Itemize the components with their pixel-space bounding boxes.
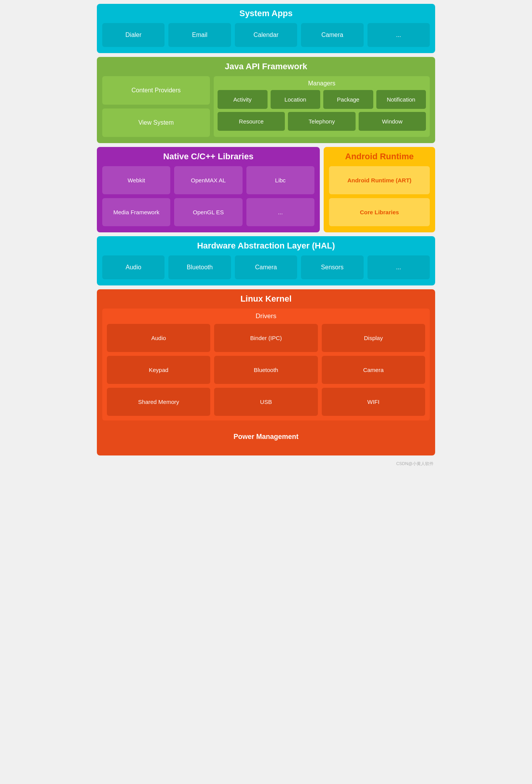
system-apps-title: System Apps — [102, 8, 430, 18]
drivers-section: Drivers Audio Binder (IPC) Display Keypa… — [102, 309, 430, 420]
system-apps-grid: Dialer Email Calendar Camera ... — [102, 23, 430, 47]
hal-camera: Camera — [235, 255, 297, 279]
hal-title: Hardware Abstraction Layer (HAL) — [102, 241, 430, 251]
manager-notification: Notification — [376, 90, 426, 109]
view-system-card: View System — [102, 108, 210, 137]
linux-kernel-title: Linux Kernel — [102, 294, 430, 304]
native-libs-layer: Native C/C++ Libraries Webkit OpenMAX AL… — [97, 147, 320, 232]
system-apps-layer: System Apps Dialer Email Calendar Camera… — [97, 4, 435, 53]
managers-row-2: Resource Telephony Window — [218, 112, 426, 131]
hal-audio: Audio — [102, 255, 165, 279]
native-libs-title: Native C/C++ Libraries — [102, 152, 314, 162]
driver-camera: Camera — [322, 356, 425, 384]
content-providers-card: Content Providers — [102, 76, 210, 105]
managers-row-1: Activity Location Package Notification — [218, 90, 426, 109]
manager-activity: Activity — [218, 90, 268, 109]
power-management-card: Power Management — [102, 424, 430, 449]
manager-resource: Resource — [218, 112, 285, 131]
native-opengl: OpenGL ES — [174, 198, 242, 226]
java-api-layer: Java API Framework Content Providers Vie… — [97, 57, 435, 143]
java-api-title: Java API Framework — [102, 62, 430, 72]
driver-usb: USB — [214, 388, 318, 416]
driver-audio: Audio — [107, 324, 210, 352]
watermark: CSDN@小黄人软件 — [93, 459, 439, 469]
app-dialer: Dialer — [102, 23, 165, 47]
driver-display: Display — [322, 324, 425, 352]
managers-title: Managers — [218, 80, 426, 87]
app-camera: Camera — [301, 23, 363, 47]
driver-shared-memory: Shared Memory — [107, 388, 210, 416]
java-api-left: Content Providers View System — [102, 76, 210, 137]
driver-binder: Binder (IPC) — [214, 324, 318, 352]
hal-sensors: Sensors — [301, 255, 363, 279]
runtime-art: Android Runtime (ART) — [329, 166, 430, 194]
hal-bluetooth: Bluetooth — [168, 255, 231, 279]
hal-more: ... — [367, 255, 430, 279]
native-webkit: Webkit — [102, 166, 170, 194]
managers-section: Managers Activity Location Package Notif… — [214, 76, 430, 137]
runtime-core-libs: Core Libraries — [329, 198, 430, 226]
drivers-grid: Audio Binder (IPC) Display Keypad Blueto… — [107, 324, 425, 416]
hal-layer: Hardware Abstraction Layer (HAL) Audio B… — [97, 236, 435, 285]
android-runtime-title: Android Runtime — [329, 152, 430, 162]
manager-package: Package — [323, 90, 373, 109]
native-runtime-row: Native C/C++ Libraries Webkit OpenMAX AL… — [97, 147, 435, 232]
app-calendar: Calendar — [235, 23, 297, 47]
linux-kernel-layer: Linux Kernel Drivers Audio Binder (IPC) … — [97, 289, 435, 455]
native-libs-grid: Webkit OpenMAX AL Libc Media Framework O… — [102, 166, 314, 226]
drivers-title: Drivers — [107, 312, 425, 320]
driver-wifi: WIFI — [322, 388, 425, 416]
manager-location: Location — [271, 90, 321, 109]
app-email: Email — [168, 23, 231, 47]
native-libc: Libc — [246, 166, 314, 194]
native-media-framework: Media Framework — [102, 198, 170, 226]
native-openmax: OpenMAX AL — [174, 166, 242, 194]
runtime-grid: Android Runtime (ART) Core Libraries — [329, 166, 430, 226]
app-more: ... — [367, 23, 430, 47]
manager-telephony: Telephony — [288, 112, 355, 131]
driver-bluetooth: Bluetooth — [214, 356, 318, 384]
manager-window: Window — [359, 112, 426, 131]
java-api-inner: Content Providers View System Managers A… — [102, 76, 430, 137]
driver-keypad: Keypad — [107, 356, 210, 384]
managers-grid: Activity Location Package Notification R… — [218, 90, 426, 131]
android-runtime-layer: Android Runtime Android Runtime (ART) Co… — [324, 147, 435, 232]
native-more: ... — [246, 198, 314, 226]
hal-grid: Audio Bluetooth Camera Sensors ... — [102, 255, 430, 279]
